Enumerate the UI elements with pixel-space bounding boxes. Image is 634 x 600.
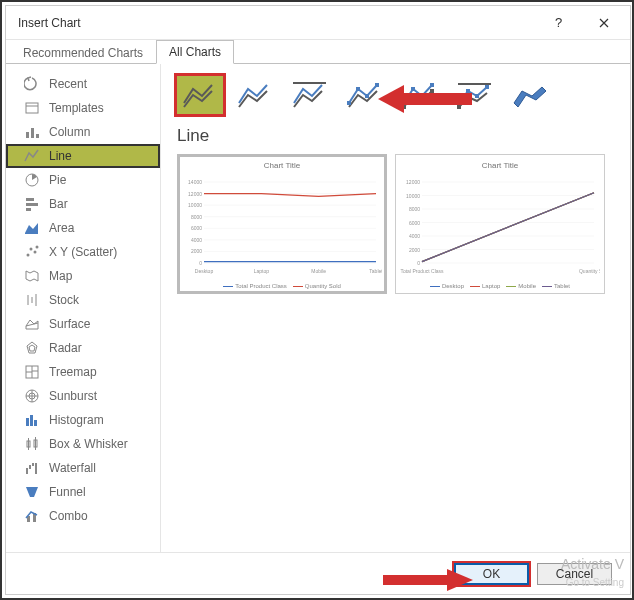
svg-rect-57 xyxy=(475,94,479,98)
svg-rect-8 xyxy=(26,208,31,211)
svg-point-12 xyxy=(36,246,39,249)
legend-item: Total Product Class xyxy=(223,283,287,289)
line-subtype-3d[interactable] xyxy=(507,76,553,114)
svg-rect-45 xyxy=(375,83,379,87)
insert-chart-dialog: Insert Chart ? Recommended Charts All Ch… xyxy=(5,5,631,595)
svg-rect-37 xyxy=(35,463,37,474)
legend-item: Quantity Sold xyxy=(293,283,341,289)
waterfall-icon xyxy=(24,460,40,476)
svg-rect-3 xyxy=(31,128,34,138)
close-button[interactable] xyxy=(581,8,626,38)
svg-rect-52 xyxy=(420,99,424,103)
sidebar-item-label: Bar xyxy=(49,197,68,211)
sidebar-item-column[interactable]: Column xyxy=(6,120,160,144)
sidebar-item-histogram[interactable]: Histogram xyxy=(6,408,160,432)
tab-all-charts[interactable]: All Charts xyxy=(156,40,234,64)
stock-icon xyxy=(24,292,40,308)
sidebar-item-label: Templates xyxy=(49,101,104,115)
sidebar-item-area[interactable]: Area xyxy=(6,216,160,240)
sidebar-item-sunburst[interactable]: Sunburst xyxy=(6,384,160,408)
svg-rect-48 xyxy=(420,94,424,98)
svg-rect-56 xyxy=(466,89,470,93)
svg-text:Mobile: Mobile xyxy=(311,268,326,274)
sidebar-item-funnel[interactable]: Funnel xyxy=(6,480,160,504)
sidebar-item-bar[interactable]: Bar xyxy=(6,192,160,216)
svg-text:Quantity Sold: Quantity Sold xyxy=(579,268,600,274)
svg-rect-27 xyxy=(26,418,29,426)
sidebar-item-label: Map xyxy=(49,269,72,283)
tab-recommended[interactable]: Recommended Charts xyxy=(10,41,156,64)
svg-rect-35 xyxy=(29,465,31,469)
sidebar-item-combo[interactable]: Combo xyxy=(6,504,160,528)
svg-rect-51 xyxy=(411,93,415,97)
sidebar-item-stock[interactable]: Stock xyxy=(6,288,160,312)
preview1-chart: 02000400060008000100001200014000DesktopL… xyxy=(182,174,382,281)
box-icon xyxy=(24,436,40,452)
svg-rect-50 xyxy=(402,105,406,109)
sidebar-item-label: Area xyxy=(49,221,74,235)
sidebar-item-radar[interactable]: Radar xyxy=(6,336,160,360)
sidebar-item-label: Treemap xyxy=(49,365,97,379)
svg-rect-98 xyxy=(383,575,451,585)
svg-text:0: 0 xyxy=(199,260,202,266)
svg-text:Desktop: Desktop xyxy=(195,268,214,274)
svg-rect-44 xyxy=(365,94,369,98)
svg-rect-28 xyxy=(30,415,33,426)
preview-2[interactable]: Chart Title 020004000600080001000012000T… xyxy=(395,154,605,294)
preview-1[interactable]: Chart Title 0200040006000800010000120001… xyxy=(177,154,387,294)
sidebar-item-waterfall[interactable]: Waterfall xyxy=(6,456,160,480)
preview1-legend: Total Product ClassQuantity Sold xyxy=(223,283,341,289)
svg-text:0: 0 xyxy=(417,260,420,266)
svg-rect-7 xyxy=(26,203,38,206)
line-subtype-100stacked[interactable] xyxy=(287,76,333,114)
sidebar-item-label: Sunburst xyxy=(49,389,97,403)
sidebar-item-line[interactable]: Line xyxy=(6,144,160,168)
line-subtype-basic[interactable] xyxy=(177,76,223,114)
svg-rect-59 xyxy=(457,105,461,109)
preview2-title: Chart Title xyxy=(482,161,518,170)
svg-text:8000: 8000 xyxy=(409,206,420,212)
bar-icon xyxy=(24,196,40,212)
svg-marker-38 xyxy=(26,487,38,497)
sidebar-item-box[interactable]: Box & Whisker xyxy=(6,432,160,456)
preview2-legend: DesktopLaptopMobileTablet xyxy=(430,283,570,289)
legend-item: Tablet xyxy=(542,283,570,289)
svg-text:2000: 2000 xyxy=(191,248,202,254)
svg-text:10000: 10000 xyxy=(188,202,202,208)
svg-text:4000: 4000 xyxy=(191,237,202,243)
scatter-icon xyxy=(24,244,40,260)
sidebar-item-templates[interactable]: Templates xyxy=(6,96,160,120)
column-icon xyxy=(24,124,40,140)
svg-text:10000: 10000 xyxy=(406,193,420,199)
line-subtype-markers[interactable] xyxy=(342,76,388,114)
combo-icon xyxy=(24,508,40,524)
svg-rect-47 xyxy=(411,87,415,91)
dialog-title: Insert Chart xyxy=(18,16,81,30)
svg-rect-2 xyxy=(26,132,29,138)
sidebar-item-pie[interactable]: Pie xyxy=(6,168,160,192)
sidebar-item-treemap[interactable]: Treemap xyxy=(6,360,160,384)
svg-rect-49 xyxy=(430,83,434,87)
chart-subtype-row xyxy=(177,76,614,114)
recent-icon xyxy=(24,76,40,92)
sidebar-item-recent[interactable]: Recent xyxy=(6,72,160,96)
sidebar-item-label: Column xyxy=(49,125,90,139)
sidebar-item-surface[interactable]: Surface xyxy=(6,312,160,336)
line-subtype-stacked-markers[interactable] xyxy=(397,76,443,114)
ok-button[interactable]: OK xyxy=(454,563,529,585)
section-title: Line xyxy=(177,126,614,146)
svg-rect-29 xyxy=(34,420,37,426)
line-subtype-100stacked-markers[interactable] xyxy=(452,76,498,114)
svg-point-9 xyxy=(27,254,30,257)
sidebar-item-scatter[interactable]: X Y (Scatter) xyxy=(6,240,160,264)
sidebar-item-label: Line xyxy=(49,149,72,163)
svg-text:Laptop: Laptop xyxy=(254,268,270,274)
help-button[interactable]: ? xyxy=(536,8,581,38)
line-subtype-stacked[interactable] xyxy=(232,76,278,114)
cancel-button[interactable]: Cancel xyxy=(537,563,612,585)
svg-rect-4 xyxy=(36,134,39,138)
sidebar-item-map[interactable]: Map xyxy=(6,264,160,288)
preview2-chart: 020004000600080001000012000Total Product… xyxy=(400,174,600,281)
svg-text:12000: 12000 xyxy=(406,179,420,185)
svg-text:14000: 14000 xyxy=(188,179,202,185)
